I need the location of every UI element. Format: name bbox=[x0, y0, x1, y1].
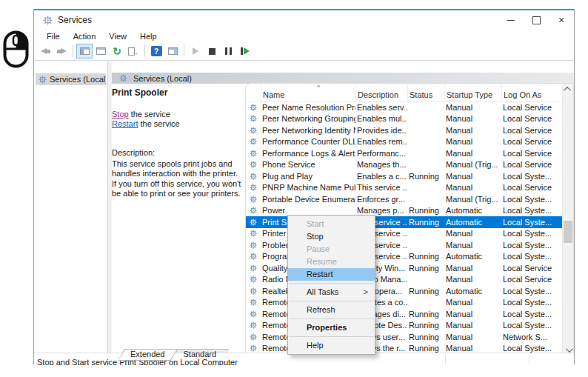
context-help[interactable]: Help bbox=[288, 339, 375, 352]
service-row[interactable]: Peer Networking Identity M...Provides id… bbox=[246, 124, 562, 136]
vertical-scrollbar[interactable] bbox=[562, 84, 573, 356]
service-startup: Manual (Trig... bbox=[444, 195, 501, 204]
column-header-name[interactable]: Name bbox=[261, 84, 355, 101]
service-row[interactable]: Portable Device Enumerator...Enforces gr… bbox=[246, 193, 562, 205]
service-gear-icon bbox=[246, 310, 261, 318]
service-logon: Local Syste... bbox=[501, 344, 562, 353]
tree-item-services-local[interactable]: Services (Local) bbox=[36, 73, 106, 85]
service-gear-icon bbox=[246, 298, 261, 306]
context-pause: Pause bbox=[288, 243, 375, 256]
service-name: Power bbox=[261, 206, 355, 215]
service-startup: Manual bbox=[444, 344, 501, 353]
show-console-tree-icon[interactable] bbox=[76, 44, 93, 59]
maximize-button[interactable] bbox=[524, 10, 549, 30]
service-row[interactable]: Plug and PlayEnables a c...RunningManual… bbox=[246, 170, 562, 182]
service-name: Performance Logs & Alerts bbox=[261, 149, 355, 158]
submenu-arrow-icon: > bbox=[364, 286, 368, 298]
menu-view[interactable]: View bbox=[102, 31, 133, 41]
status-divider bbox=[445, 355, 446, 364]
context-stop[interactable]: Stop bbox=[288, 230, 375, 243]
stop-service-link[interactable]: Stop bbox=[112, 110, 129, 119]
service-gear-icon bbox=[246, 241, 261, 249]
service-logon: Local Service bbox=[501, 103, 562, 112]
menu-file[interactable]: File bbox=[40, 31, 67, 41]
back-icon[interactable] bbox=[37, 44, 53, 59]
service-startup: Manual bbox=[444, 172, 501, 181]
description-label: Description: bbox=[112, 148, 242, 159]
service-gear-icon bbox=[246, 104, 261, 111]
service-logon: Local Syste... bbox=[501, 206, 562, 215]
service-desc: Enables mul... bbox=[355, 114, 407, 123]
context-menu: StartStopPauseResumeRestartAll Tasks>Ref… bbox=[287, 215, 375, 355]
service-startup: Automatic bbox=[444, 287, 501, 296]
services-app-icon bbox=[43, 16, 53, 25]
service-row[interactable]: PNRP Machine Name Publi...This service .… bbox=[246, 182, 562, 194]
services-icon bbox=[39, 76, 47, 84]
tab-label: Extended bbox=[130, 350, 164, 358]
service-startup: Manual bbox=[444, 298, 501, 307]
service-logon: Local Service bbox=[501, 149, 562, 158]
menu-separator bbox=[289, 318, 374, 319]
pause-service-icon[interactable] bbox=[220, 44, 236, 59]
service-desc: Enforces gr... bbox=[355, 195, 407, 204]
service-row[interactable]: Performance Logs & AlertsPerformanc...Ma… bbox=[246, 147, 562, 159]
menu-help[interactable]: Help bbox=[133, 31, 164, 41]
stop-link-rest: the service bbox=[129, 110, 170, 119]
service-row[interactable]: Peer Name Resolution Prot...Enables serv… bbox=[246, 101, 562, 113]
restart-service-link[interactable]: Restart bbox=[112, 119, 138, 128]
column-header-status[interactable]: Status bbox=[407, 84, 444, 101]
stop-service-icon[interactable] bbox=[204, 44, 220, 59]
minimize-button[interactable] bbox=[498, 10, 524, 30]
context-properties[interactable]: Properties bbox=[288, 321, 375, 334]
menu-separator bbox=[289, 283, 374, 284]
close-button[interactable]: × bbox=[549, 10, 574, 30]
help-icon[interactable]: ? bbox=[148, 44, 164, 59]
scrollbar-thumb[interactable] bbox=[564, 221, 572, 243]
status-divider bbox=[529, 355, 529, 364]
start-service-icon[interactable] bbox=[187, 44, 204, 59]
service-startup: Automatic bbox=[444, 206, 501, 215]
context-resume: Resume bbox=[288, 256, 375, 268]
service-logon: Local Syste... bbox=[501, 310, 562, 318]
column-header-description[interactable]: Description bbox=[355, 84, 407, 101]
service-startup: Manual bbox=[444, 241, 501, 250]
refresh-icon[interactable]: ↻ bbox=[109, 44, 125, 59]
context-start: Start bbox=[288, 218, 375, 230]
context-restart[interactable]: Restart bbox=[288, 268, 375, 281]
restart-service-icon[interactable] bbox=[236, 44, 253, 59]
service-status: Running bbox=[407, 206, 444, 215]
context-refresh[interactable]: Refresh bbox=[288, 304, 375, 316]
service-desc: Enables a c... bbox=[355, 172, 407, 181]
service-gear-icon bbox=[246, 287, 261, 295]
service-logon: Local Service bbox=[501, 264, 562, 273]
services-icon bbox=[119, 74, 127, 82]
service-desc: Provides ide... bbox=[355, 126, 407, 135]
tab-label: Standard bbox=[183, 350, 216, 358]
service-row[interactable]: Phone ServiceManages th...Manual (Trig..… bbox=[246, 159, 562, 171]
service-row[interactable]: Performance Counter DLL ...Enables rem..… bbox=[246, 136, 562, 148]
column-header-startup-type[interactable]: Startup Type bbox=[444, 84, 501, 101]
service-logon: Local Service bbox=[501, 126, 562, 135]
forward-icon[interactable] bbox=[53, 44, 70, 59]
column-header-log-on-as[interactable]: Log On As bbox=[501, 84, 562, 101]
service-gear-icon bbox=[246, 230, 261, 237]
service-status: Running bbox=[407, 333, 444, 341]
export-list-icon[interactable]: → bbox=[125, 44, 141, 59]
service-logon: Local Service bbox=[501, 183, 562, 192]
service-gear-icon bbox=[246, 207, 261, 214]
properties-icon[interactable] bbox=[93, 44, 109, 59]
service-startup: Manual bbox=[444, 229, 501, 238]
service-gear-icon bbox=[246, 333, 261, 341]
service-gear-icon bbox=[246, 276, 261, 283]
show-action-pane-icon[interactable] bbox=[164, 44, 181, 59]
service-action-links: Stop the service Restart the service bbox=[112, 110, 242, 129]
service-logon: Local Syste... bbox=[501, 195, 562, 204]
scroll-up-button[interactable] bbox=[563, 84, 573, 95]
service-row[interactable]: Peer Networking GroupingEnables mul...Ma… bbox=[246, 113, 562, 125]
menu-action[interactable]: Action bbox=[67, 31, 103, 41]
context-all-tasks[interactable]: All Tasks> bbox=[288, 286, 375, 298]
service-name: Peer Networking Grouping bbox=[261, 114, 355, 123]
tab-extended[interactable]: Extended bbox=[118, 349, 177, 361]
service-gear-icon bbox=[246, 161, 261, 168]
toolbar: ↻→? bbox=[34, 42, 574, 61]
